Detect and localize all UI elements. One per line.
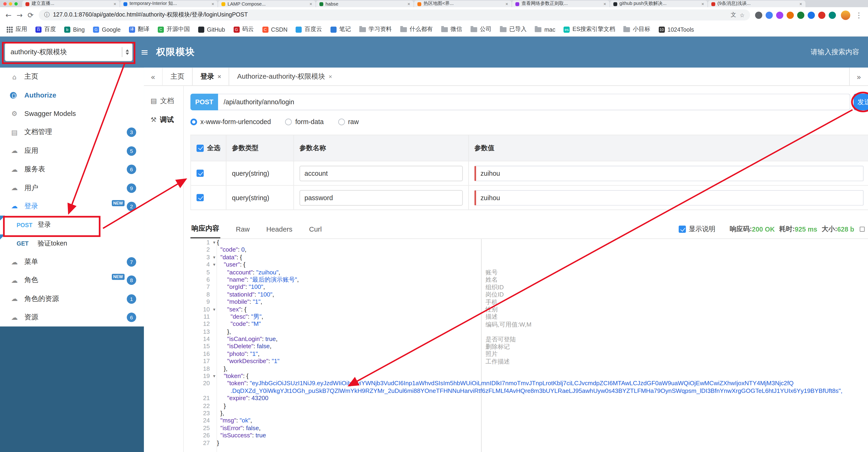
content-type-radio[interactable]: form-data xyxy=(285,118,323,126)
search-input[interactable]: 请输入搜索内容 xyxy=(811,48,859,57)
param-value-input[interactable]: zuihou xyxy=(474,190,864,205)
browser-tab[interactable]: 热区地图<界...× xyxy=(414,0,512,7)
forward-icon[interactable]: → xyxy=(17,11,23,19)
bookmark-item[interactable]: CCSDN xyxy=(262,26,287,33)
doc-tab[interactable]: 登录× xyxy=(192,68,229,85)
bookmark-item[interactable]: 微信 xyxy=(441,26,462,33)
url-bar[interactable]: ⓘ 127.0.0.1:8760/api/gate/doc.html#/auth… xyxy=(39,9,750,21)
extension-icon[interactable] xyxy=(755,11,762,19)
content-type-radio[interactable]: raw xyxy=(338,118,359,126)
bookmark-item[interactable]: G码云 xyxy=(234,26,254,33)
bookmark-item[interactable]: 学习资料 xyxy=(359,26,392,33)
response-tab[interactable]: Headers xyxy=(265,220,293,238)
browser-tab[interactable]: habse× xyxy=(316,0,413,7)
module-select[interactable]: authority-权限模块 xyxy=(4,43,133,61)
reload-icon[interactable]: ⟳ xyxy=(28,11,34,19)
select-all-checkbox[interactable] xyxy=(196,144,204,151)
show-desc-checkbox[interactable] xyxy=(679,226,686,233)
tabs-scroll-right-icon[interactable]: » xyxy=(849,68,868,85)
row-checkbox[interactable] xyxy=(196,194,204,201)
sidebar-item[interactable]: ⚙Swagger Models xyxy=(0,105,144,123)
bookmark-item[interactable]: 百百度 xyxy=(35,26,56,33)
extension-icon[interactable] xyxy=(797,11,804,19)
tab-close-icon[interactable]: × xyxy=(799,1,802,7)
bookmark-item[interactable]: GGoogle xyxy=(93,26,121,33)
browser-tab[interactable]: 查看网络参数正则取...× xyxy=(512,0,610,7)
tabs-scroll-left-icon[interactable]: « xyxy=(144,68,163,85)
bookmark-item[interactable]: 101024Tools xyxy=(658,26,694,33)
translate-icon[interactable]: 文 xyxy=(731,11,737,19)
back-icon[interactable]: ← xyxy=(6,11,11,19)
tab-close-icon[interactable]: × xyxy=(309,1,312,7)
close-window-icon[interactable] xyxy=(3,2,6,5)
sidebar-item[interactable]: ☁菜单7 xyxy=(0,253,144,272)
bookmark-item[interactable]: 公司 xyxy=(470,26,491,33)
extension-icon[interactable] xyxy=(787,11,794,19)
row-checkbox[interactable] xyxy=(196,170,204,177)
tab-close-icon[interactable]: × xyxy=(701,1,704,7)
sidebar-item[interactable]: ☁资源6 xyxy=(0,308,144,327)
fullscreen-icon[interactable] xyxy=(860,227,865,232)
browser-tab[interactable]: temporary-Interior 知...× xyxy=(120,0,218,7)
browser-tab[interactable]: LAMP Compose...× xyxy=(218,0,315,7)
sidebar-api-item[interactable]: POST登录 xyxy=(0,216,144,234)
content-type-radio[interactable]: x-www-form-urlencoded xyxy=(190,118,271,126)
tab-close-icon[interactable]: × xyxy=(114,1,116,7)
sidebar-item[interactable]: ▤文档管理3 xyxy=(0,123,144,142)
bookmark-item[interactable]: GitHub xyxy=(198,26,225,33)
bookmark-item[interactable]: 百度云 xyxy=(296,26,322,33)
page-info-icon[interactable]: ⓘ xyxy=(44,11,50,19)
response-tab[interactable]: 响应内容 xyxy=(190,220,220,238)
tab-close-icon[interactable]: × xyxy=(218,73,221,80)
subnav-doc[interactable]: ▤文档 xyxy=(144,91,183,110)
send-button[interactable]: 发送 xyxy=(854,93,868,110)
param-name-input[interactable]: password xyxy=(300,190,463,205)
tab-close-icon[interactable]: × xyxy=(505,1,508,7)
doc-tab[interactable]: 主页 xyxy=(163,68,192,85)
bookmark-item[interactable]: C开源中国 xyxy=(158,26,190,33)
sidebar-item[interactable]: ☁角色的资源1 xyxy=(0,290,144,308)
extension-icon[interactable] xyxy=(766,11,773,19)
url-text[interactable]: 127.0.0.1:8760/api/gate/doc.html#/author… xyxy=(53,11,727,19)
bookmark-item[interactable]: 笔记 xyxy=(330,26,351,33)
bookmark-item[interactable]: 什么都有 xyxy=(400,26,433,33)
sidebar-item[interactable]: Authorize xyxy=(0,86,144,105)
menu-toggle-icon[interactable]: ≡ xyxy=(141,47,149,58)
browser-tab[interactable]: github push失败解决...× xyxy=(610,0,707,7)
sidebar-item[interactable]: ☁用户9 xyxy=(0,179,144,197)
sidebar-item[interactable]: ☁登录NEW2 xyxy=(0,197,144,216)
sidebar-api-item[interactable]: GET验证token xyxy=(0,234,144,253)
tab-close-icon[interactable]: × xyxy=(329,73,332,80)
tab-close-icon[interactable]: × xyxy=(212,1,214,7)
show-desc-toggle[interactable]: 显示说明 xyxy=(679,224,715,234)
maximize-window-icon[interactable] xyxy=(14,2,18,5)
browser-tab[interactable]: 建立直播...× xyxy=(22,0,120,7)
request-url-input[interactable]: /api/authority/anno/login xyxy=(218,93,850,110)
subnav-debug[interactable]: ⚒调试 xyxy=(144,110,183,129)
sidebar-item[interactable]: ☁角色NEW8 xyxy=(0,271,144,290)
doc-tab[interactable]: Authorize-authority-权限模块× xyxy=(229,68,340,85)
bookmark-item[interactable]: mac xyxy=(535,26,555,33)
bookmark-item[interactable]: 小目标 xyxy=(623,26,650,33)
bookmark-star-icon[interactable]: ☆ xyxy=(740,12,745,18)
sidebar-item[interactable]: ☁服务表6 xyxy=(0,160,144,179)
tab-close-icon[interactable]: × xyxy=(603,1,606,7)
response-tab[interactable]: Curl xyxy=(308,220,323,238)
extension-icon[interactable] xyxy=(808,11,815,19)
sidebar-item[interactable]: ⌂主页 xyxy=(0,68,144,86)
extension-icon[interactable] xyxy=(776,11,783,19)
param-name-input[interactable]: account xyxy=(300,166,463,181)
browser-menu-icon[interactable]: ⋮ xyxy=(855,11,862,19)
minimize-window-icon[interactable] xyxy=(9,2,12,5)
bookmark-item[interactable]: 译翻译 xyxy=(129,26,150,33)
extension-icon[interactable] xyxy=(829,11,836,19)
sidebar-item[interactable]: ☁应用5 xyxy=(0,142,144,160)
browser-tab[interactable]: (9条消息)浅谈...× xyxy=(708,0,805,7)
extension-icon[interactable] xyxy=(818,11,826,19)
bookmark-item[interactable]: 应用 xyxy=(7,26,27,33)
tab-close-icon[interactable]: × xyxy=(407,1,410,7)
bookmark-item[interactable]: esES搜索引擎文档 xyxy=(564,26,615,33)
profile-avatar[interactable] xyxy=(841,10,850,20)
param-value-input[interactable]: zuihou xyxy=(474,166,864,181)
response-tab[interactable]: Raw xyxy=(235,220,251,238)
